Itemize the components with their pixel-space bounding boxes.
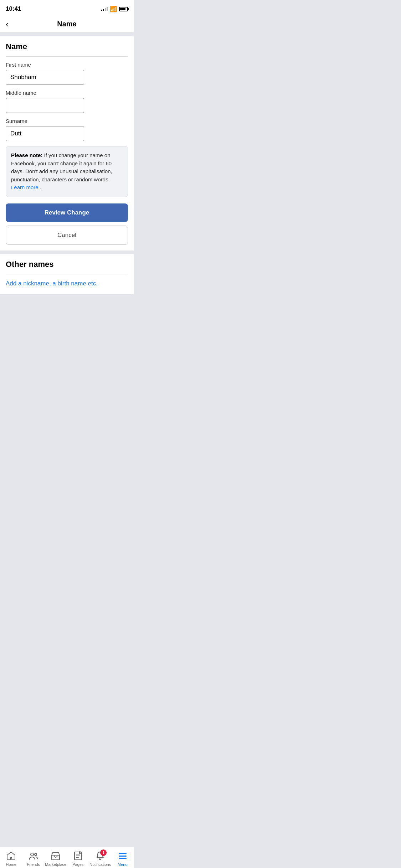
main-content: Name First name Middle name Surname Plea… bbox=[0, 33, 134, 334]
middle-name-input[interactable] bbox=[6, 98, 84, 113]
surname-label: Surname bbox=[6, 118, 128, 124]
first-name-label: First name bbox=[6, 62, 128, 68]
battery-icon bbox=[119, 7, 128, 11]
other-names-card: Other names Add a nickname, a birth name… bbox=[0, 254, 134, 294]
other-names-title: Other names bbox=[6, 260, 128, 274]
name-card: Name First name Middle name Surname Plea… bbox=[0, 36, 134, 250]
surname-input[interactable] bbox=[6, 126, 84, 141]
note-bold: Please note: bbox=[11, 152, 42, 158]
learn-more-link[interactable]: Learn more bbox=[11, 184, 40, 190]
name-note-box: Please note: If you change your name on … bbox=[6, 146, 128, 197]
page-title: Name bbox=[57, 20, 76, 28]
status-bar: 10:41 📶 bbox=[0, 0, 134, 16]
page-header: ‹ Name bbox=[0, 16, 134, 33]
status-time: 10:41 bbox=[6, 5, 21, 12]
add-other-name-button[interactable]: Add a nickname, a birth name etc. bbox=[6, 274, 128, 289]
wifi-icon: 📶 bbox=[110, 6, 117, 12]
review-change-button[interactable]: Review Change bbox=[6, 203, 128, 222]
cancel-button[interactable]: Cancel bbox=[6, 226, 128, 245]
signal-icon bbox=[101, 7, 108, 11]
status-icons: 📶 bbox=[101, 6, 128, 12]
middle-name-label: Middle name bbox=[6, 90, 128, 96]
first-name-input[interactable] bbox=[6, 70, 84, 85]
back-button[interactable]: ‹ bbox=[6, 19, 9, 29]
name-card-title: Name bbox=[6, 42, 128, 57]
